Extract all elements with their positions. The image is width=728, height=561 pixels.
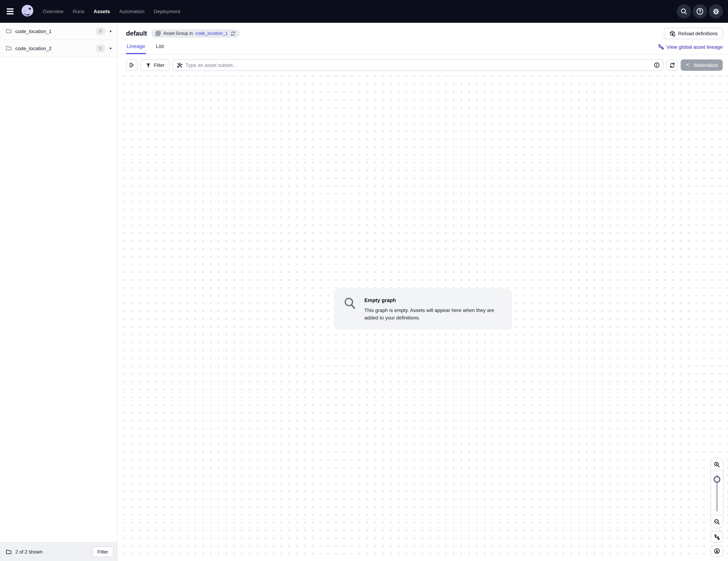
zoom-controls — [711, 458, 723, 557]
asset-group-icon — [155, 31, 161, 36]
zoom-out-button[interactable] — [711, 515, 723, 528]
asset-count-badge: 0 — [96, 44, 105, 52]
nav-item-overview[interactable]: Overview — [43, 9, 64, 14]
minimap-toggle-button[interactable] — [711, 531, 723, 542]
asset-group-badge: Asset Group in code_location_1 — [151, 29, 239, 38]
search-button[interactable] — [677, 4, 691, 19]
tab-lineage[interactable]: Lineage — [126, 40, 146, 54]
asset-lineage-canvas[interactable]: Empty graph This graph is empty. Assets … — [117, 76, 728, 561]
asset-subset-input-wrap — [173, 59, 664, 71]
refresh-icon[interactable] — [230, 31, 236, 36]
sidebar-item-code-location-1[interactable]: code_location_1 0 — [0, 23, 117, 40]
export-graph-button[interactable] — [711, 545, 723, 557]
refresh-graph-button[interactable] — [667, 59, 678, 71]
nav-item-deployment[interactable]: Deployment — [154, 9, 180, 14]
top-nav: Overview Runs Assets Automation Deployme… — [0, 0, 728, 23]
dagster-logo[interactable] — [20, 4, 36, 19]
help-button[interactable] — [693, 4, 707, 19]
view-global-asset-lineage-label: View global asset lineage — [667, 44, 723, 50]
main-nav: Overview Runs Assets Automation Deployme… — [43, 9, 180, 14]
global-lineage-icon — [658, 44, 664, 50]
tab-list[interactable]: List — [155, 40, 164, 54]
asset-count-badge: 0 — [96, 27, 105, 35]
search-icon — [680, 8, 687, 15]
shown-count-status: 2 of 2 shown — [15, 549, 89, 554]
badge-code-location-link[interactable]: code_location_1 — [195, 31, 228, 36]
reload-definitions-button[interactable]: Reload definitions — [664, 28, 723, 39]
graph-filter-button[interactable]: Filter — [140, 59, 170, 71]
graph-filter-label: Filter — [154, 62, 164, 68]
folder-icon — [6, 549, 12, 555]
filter-funnel-icon — [146, 62, 151, 68]
materialize-label: Materialize — [694, 62, 718, 68]
reload-definitions-icon — [669, 30, 675, 36]
zoom-slider[interactable] — [711, 471, 723, 515]
sidebar-item-code-location-2[interactable]: code_location_2 0 — [0, 40, 117, 57]
folder-icon — [6, 45, 12, 51]
dagster-logo-icon — [20, 4, 36, 19]
gear-icon — [712, 8, 720, 15]
chevron-right-icon[interactable] — [109, 29, 113, 33]
sidebar-empty-area — [0, 57, 117, 542]
hamburger-menu-button[interactable] — [4, 5, 17, 18]
help-icon — [696, 7, 704, 15]
group-label: code_location_2 — [15, 45, 92, 51]
hamburger-icon — [6, 8, 15, 15]
zoom-in-icon — [714, 461, 720, 468]
minimap-icon — [714, 534, 720, 540]
settings-button[interactable] — [709, 4, 723, 19]
group-label: code_location_1 — [15, 28, 92, 34]
toggle-sidebar-panel-button[interactable] — [126, 59, 137, 71]
chevron-right-icon[interactable] — [109, 46, 113, 50]
nav-item-automation[interactable]: Automation — [119, 9, 145, 14]
zoom-slider-knob[interactable] — [714, 476, 720, 483]
folder-icon — [6, 28, 12, 34]
reload-definitions-label: Reload definitions — [678, 31, 718, 36]
view-global-asset-lineage-link[interactable]: View global asset lineage — [658, 44, 723, 54]
nav-item-assets[interactable]: Assets — [94, 9, 110, 14]
export-download-icon — [714, 548, 720, 554]
main-content: default Asset Group in code_location_ — [117, 23, 728, 561]
zoom-panel — [711, 458, 723, 528]
asset-subset-icon — [177, 62, 183, 68]
refresh-icon — [669, 62, 675, 68]
empty-graph-text: Empty graph This graph is empty. Assets … — [364, 297, 502, 321]
sidebar-filter-button[interactable]: Filter — [92, 546, 114, 557]
empty-search-icon — [343, 297, 357, 311]
panel-toggle-icon — [129, 62, 135, 68]
sidebar-footer: 2 of 2 shown Filter — [0, 542, 117, 561]
sparkle-icon — [685, 62, 691, 68]
empty-graph-message: This graph is empty. Assets will appear … — [364, 306, 502, 321]
empty-graph-card: Empty graph This graph is empty. Assets … — [334, 288, 512, 330]
zoom-out-icon — [714, 518, 720, 525]
nav-item-runs[interactable]: Runs — [73, 9, 84, 14]
page-header: default Asset Group in code_location_ — [117, 23, 728, 39]
page-title: default — [126, 30, 147, 37]
tabs-bar: Lineage List View global asset lineage — [117, 39, 728, 54]
empty-graph-title: Empty graph — [364, 297, 502, 303]
dagster-app: Overview Runs Assets Automation Deployme… — [0, 0, 728, 561]
lineage-toolbar: Filter — [117, 54, 728, 76]
asset-subset-input[interactable] — [185, 62, 651, 68]
badge-text: Asset Group in — [163, 31, 193, 36]
materialize-button[interactable]: Materialize — [681, 59, 723, 71]
asset-groups-sidebar: code_location_1 0 code_location_2 0 — [0, 23, 117, 561]
zoom-in-button[interactable] — [711, 458, 723, 471]
info-icon[interactable] — [654, 62, 660, 68]
